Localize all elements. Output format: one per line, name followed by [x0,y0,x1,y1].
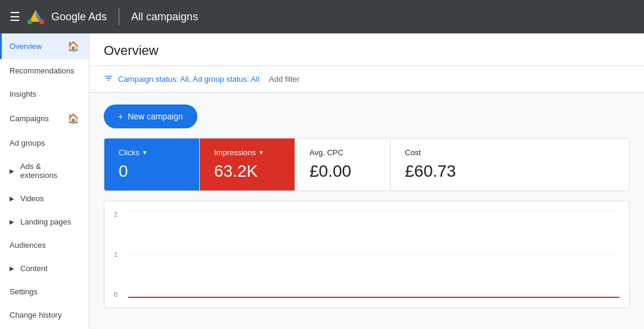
home-icon: 🏠 [67,41,79,52]
sidebar-item-landing-pages[interactable]: ▶ Landing pages [0,210,89,233]
page-title: Overview [104,43,630,66]
sidebar-item-ad-groups[interactable]: Ad groups [0,131,89,155]
metrics-row: Clicks ▼ 0 Impressions ▼ 63.2K Avg. CPC [104,138,630,191]
content-area: Overview Campaign status: All, Ad group … [89,33,644,329]
svg-point-3 [39,19,44,24]
chart-y-label-2: 2 [114,211,117,218]
chart-bottom-line [128,297,620,298]
metric-value-impressions: 63.2K [214,162,280,181]
sidebar-item-videos[interactable]: ▶ Videos [0,187,89,210]
menu-icon[interactable]: ☰ [10,10,20,24]
sidebar-item-insights[interactable]: Insights [0,82,89,106]
metric-label-cost: Cost [405,148,472,157]
arrow-icon: ▶ [10,195,14,202]
page-header: Overview [89,33,644,66]
top-bar: ☰ Google Ads All campaigns [0,0,644,33]
metric-value-avg-cpc: £0.00 [309,162,376,181]
google-ads-logo [27,8,44,25]
top-bar-page-title: All campaigns [131,11,198,23]
metric-label-impressions[interactable]: Impressions ▼ [214,148,280,157]
metric-card-avg-cpc: Avg. CPC £0.00 [295,139,391,190]
sidebar: Overview 🏠 Recommendations Insights Camp… [0,33,89,329]
sidebar-item-label: Settings [10,287,38,296]
main-content: + New campaign Clicks ▼ 0 Impressions ▼ [89,93,644,320]
filter-status-text: Campaign status: All, Ad group status: A… [118,75,259,84]
arrow-icon: ▶ [10,168,14,174]
chart-y-labels: 2 1 0 [114,211,117,298]
sidebar-item-audiences[interactable]: Audiences [0,233,89,257]
sidebar-item-label: Change history [10,310,61,319]
sidebar-item-label: Content [20,264,48,273]
sidebar-item-change-history[interactable]: Change history [0,303,89,327]
sidebar-item-label: Overview [10,42,42,51]
arrow-icon: ▶ [10,265,14,272]
chart-area: 2 1 0 [104,201,630,308]
arrow-icon: ▶ [10,219,14,225]
sidebar-item-settings[interactable]: Settings [0,280,89,303]
home-icon: 🏠 [67,113,79,124]
chart-grid-mid [128,254,620,255]
chart-grid-top [128,211,620,211]
chart-y-label-1: 1 [114,251,117,258]
add-filter-button[interactable]: Add filter [264,72,304,86]
chart-y-label-0: 0 [114,291,117,298]
dropdown-arrow-icon: ▼ [258,149,264,156]
sidebar-item-label: Ads & extensions [20,162,79,180]
metric-value-cost: £60.73 [405,162,472,181]
sidebar-item-label: Videos [20,194,44,203]
sidebar-item-label: Insights [10,90,36,99]
svg-point-2 [27,19,32,24]
sidebar-item-content[interactable]: ▶ Content [0,257,89,280]
sidebar-item-recommendations[interactable]: Recommendations [0,59,89,82]
metric-card-cost: Cost £60.73 [391,139,486,190]
sidebar-item-label: Audiences [10,241,46,250]
sidebar-item-campaigns[interactable]: Campaigns 🏠 [0,106,89,131]
main-layout: Overview 🏠 Recommendations Insights Camp… [0,33,644,329]
metric-card-impressions: Impressions ▼ 63.2K [200,139,295,190]
filter-bar: Campaign status: All, Ad group status: A… [89,66,644,93]
metric-label-avg-cpc: Avg. CPC [309,148,376,157]
metric-value-clicks: 0 [119,162,185,181]
new-campaign-label: New campaign [128,112,183,121]
sidebar-item-label: Campaigns [10,114,49,123]
sidebar-item-label: Recommendations [10,66,74,75]
top-bar-divider [119,8,119,25]
sidebar-item-ads-extensions[interactable]: ▶ Ads & extensions [0,155,89,187]
plus-icon: + [118,112,123,121]
chart-line-area [128,211,620,298]
app-name: Google Ads [51,11,107,23]
sidebar-item-label: Landing pages [20,217,71,226]
sidebar-item-label: Ad groups [10,139,45,147]
filter-icon[interactable] [104,73,113,85]
sidebar-item-overview[interactable]: Overview 🏠 [0,33,89,59]
new-campaign-button[interactable]: + New campaign [104,104,197,128]
dropdown-arrow-icon: ▼ [142,149,148,156]
metric-label-clicks[interactable]: Clicks ▼ [119,148,185,157]
metric-card-clicks: Clicks ▼ 0 [104,139,200,190]
